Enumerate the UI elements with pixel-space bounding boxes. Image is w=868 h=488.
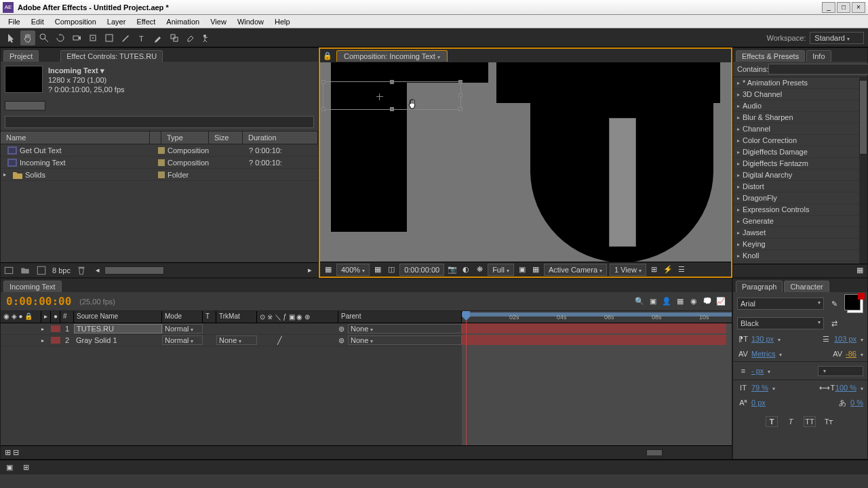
fast-preview-icon[interactable]: ⚡	[663, 264, 673, 275]
view-select[interactable]: 1 View	[610, 264, 646, 276]
font-size[interactable]: 130 px	[751, 335, 774, 343]
rotate-tool-icon[interactable]	[53, 30, 68, 45]
tab-effects[interactable]: Effects & Presets	[736, 50, 805, 62]
shy-icon[interactable]: 👤	[661, 296, 672, 307]
timecode[interactable]: 0:00:00:00	[6, 295, 71, 308]
tab-character[interactable]: Character	[784, 281, 829, 292]
folder-icon[interactable]	[20, 265, 31, 276]
puppet-tool-icon[interactable]	[199, 30, 214, 45]
tab-info[interactable]: Info	[806, 50, 831, 62]
mask-icon[interactable]: ◫	[386, 264, 397, 275]
project-slider[interactable]	[5, 101, 45, 110]
leading[interactable]: 103 px	[834, 335, 856, 343]
effect-category[interactable]: Audio	[733, 100, 859, 112]
mask-tool-icon[interactable]	[102, 30, 117, 45]
resolution-select[interactable]: Full	[488, 264, 514, 276]
grid-icon[interactable]: ▦	[372, 264, 383, 275]
font-select[interactable]: Arial	[737, 298, 824, 310]
camera-select[interactable]: Active Camera	[544, 264, 607, 276]
menu-file[interactable]: File	[3, 16, 26, 27]
stroke-width[interactable]: - px	[751, 367, 764, 375]
layer-row[interactable]: ▸ 1 TUTES.RU Normal ⊚ None	[1, 323, 462, 335]
project-row[interactable]: Incoming Text Composition ? 0:00:10:	[1, 157, 318, 169]
style-select[interactable]: Black	[737, 317, 824, 329]
project-row[interactable]: Get Out Text Composition ? 0:00:10:	[1, 144, 318, 157]
camera-tool-icon[interactable]	[69, 30, 84, 45]
hscale[interactable]: 100 %	[835, 384, 856, 392]
bpc-label[interactable]: 8 bpc	[52, 266, 71, 274]
transparency-icon[interactable]: ▦	[530, 264, 541, 275]
label-color[interactable]	[158, 147, 165, 154]
maximize-button[interactable]: □	[837, 2, 850, 13]
close-button[interactable]: ×	[852, 2, 865, 13]
hand-tool-icon[interactable]	[20, 30, 35, 45]
snapshot-icon[interactable]: 📷	[447, 264, 458, 275]
always-preview-icon[interactable]: ▦	[323, 264, 334, 275]
effect-category[interactable]: Keying	[733, 239, 859, 250]
tracking[interactable]: -86	[846, 350, 856, 358]
col-type[interactable]: Type	[161, 131, 209, 144]
tab-effect-controls[interactable]: Effect Controls: TUTES.RU	[60, 50, 163, 62]
zoom-tool-icon[interactable]	[37, 30, 52, 45]
pen-tool-icon[interactable]	[118, 30, 133, 45]
menu-layer[interactable]: Layer	[102, 16, 132, 27]
baseline[interactable]: 0 px	[751, 399, 766, 407]
allcaps-button[interactable]: TT	[804, 416, 816, 427]
status-icon[interactable]: ⊞	[20, 462, 31, 473]
new-comp-icon[interactable]	[36, 265, 47, 276]
effect-category[interactable]: Digital Anarchy	[733, 169, 859, 181]
col-label[interactable]	[150, 131, 161, 144]
italic-button[interactable]: T	[785, 416, 797, 427]
text-tool-icon[interactable]: T	[134, 30, 149, 45]
tab-timeline[interactable]: Incoming Text	[3, 281, 62, 292]
label-color[interactable]	[158, 171, 165, 178]
channel-icon[interactable]: ◐	[460, 264, 471, 275]
motion-blur-icon[interactable]: ◉	[688, 296, 699, 307]
effect-category[interactable]: Generate	[733, 216, 859, 227]
graph-icon[interactable]: 📈	[715, 296, 726, 307]
col-name[interactable]: Name	[1, 131, 150, 144]
lock-icon[interactable]: 🔒	[323, 52, 332, 60]
effect-category[interactable]: 3D Channel	[733, 89, 859, 100]
swap-icon[interactable]: ⇄	[828, 318, 840, 329]
menu-composition[interactable]: Composition	[50, 16, 102, 27]
workspace-select[interactable]: Standard	[810, 32, 864, 44]
effect-category[interactable]: Digieffects Damage	[733, 146, 859, 158]
effect-category[interactable]: DragonFly	[733, 192, 859, 204]
selection-tool-icon[interactable]	[4, 30, 19, 45]
menu-effect[interactable]: Effect	[131, 16, 161, 27]
timeline-track-area[interactable]: 02s 04s 06s 08s 10s	[462, 311, 732, 445]
effect-category[interactable]: Blur & Sharpen	[733, 112, 859, 123]
vscale[interactable]: 79 %	[751, 384, 768, 392]
status-icon[interactable]: ▣	[4, 462, 15, 473]
smallcaps-button[interactable]: Tᴛ	[823, 416, 835, 427]
effect-category[interactable]: Expression Controls	[733, 204, 859, 216]
col-duration[interactable]: Duration	[243, 131, 318, 144]
zoom-select[interactable]: 400%	[336, 264, 370, 276]
kerning[interactable]: Metrics	[751, 350, 775, 358]
minimize-button[interactable]: _	[822, 2, 835, 13]
menu-edit[interactable]: Edit	[26, 16, 50, 27]
effect-category[interactable]: Digieffects Fantazm	[733, 158, 859, 169]
layer-bar[interactable]	[462, 323, 726, 333]
effect-category[interactable]: Jawset	[733, 227, 859, 239]
eyedropper-icon[interactable]: ✎	[828, 298, 840, 309]
tab-composition[interactable]: Composition: Incoming Text	[336, 50, 448, 62]
viewport[interactable]	[320, 62, 731, 262]
tab-paragraph[interactable]: Paragraph	[736, 281, 783, 292]
scrollbar[interactable]	[859, 77, 867, 264]
time-ruler[interactable]: 02s 04s 06s 08s 10s	[462, 311, 732, 323]
expand-arrow-icon[interactable]: ▸	[3, 171, 6, 178]
layer-bar[interactable]	[462, 335, 726, 345]
frame-blend-icon[interactable]: ▦	[675, 296, 686, 307]
tab-project[interactable]: Project	[3, 50, 39, 62]
zoom-slider[interactable]	[646, 449, 728, 456]
clone-tool-icon[interactable]	[167, 30, 182, 45]
label-color[interactable]	[158, 159, 165, 166]
playhead[interactable]	[466, 311, 467, 445]
project-search[interactable]	[5, 116, 314, 128]
prev-icon[interactable]: ◂	[92, 265, 103, 276]
bold-button[interactable]: T	[766, 416, 778, 427]
effect-category[interactable]: Knoll	[733, 250, 859, 262]
col-size[interactable]: Size	[209, 131, 243, 144]
